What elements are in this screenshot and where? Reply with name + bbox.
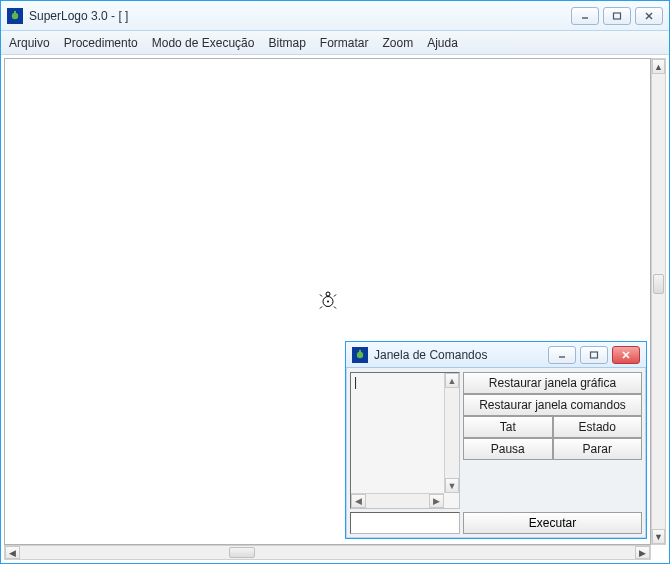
command-history[interactable]: | ▲ ▼ ◀ ▶	[350, 372, 460, 509]
parar-button[interactable]: Parar	[553, 438, 643, 460]
pausa-button[interactable]: Pausa	[463, 438, 553, 460]
svg-line-12	[334, 306, 336, 308]
history-scroll-right-icon[interactable]: ▶	[429, 494, 444, 508]
tat-button[interactable]: Tat	[463, 416, 553, 438]
app-icon	[7, 8, 23, 24]
client-area: ▲ ▼ ◀ ▶ Janela de Comandos	[1, 55, 669, 563]
main-window-controls	[571, 7, 663, 25]
button-panel: Restaurar janela gráfica Restaurar janel…	[463, 372, 642, 509]
turtle-icon	[317, 290, 339, 313]
scroll-up-icon[interactable]: ▲	[652, 59, 665, 74]
hscroll-thumb[interactable]	[229, 547, 255, 558]
menu-formatar[interactable]: Formatar	[320, 36, 369, 50]
menu-zoom[interactable]: Zoom	[383, 36, 414, 50]
svg-point-7	[327, 300, 329, 302]
history-scroll-up-icon[interactable]: ▲	[445, 373, 459, 388]
commands-app-icon	[352, 347, 368, 363]
history-scroll-left-icon[interactable]: ◀	[351, 494, 366, 508]
scroll-left-icon[interactable]: ◀	[5, 546, 20, 559]
canvas-vscrollbar[interactable]: ▲ ▼	[651, 58, 666, 545]
menubar: Arquivo Procedimento Modo de Execução Bi…	[1, 31, 669, 55]
restore-graphics-button[interactable]: Restaurar janela gráfica	[463, 372, 642, 394]
svg-rect-16	[591, 352, 598, 358]
vscroll-thumb[interactable]	[653, 274, 664, 294]
svg-rect-14	[359, 350, 361, 352]
menu-bitmap[interactable]: Bitmap	[268, 36, 305, 50]
commands-body: | ▲ ▼ ◀ ▶ Restaurar janela	[346, 368, 646, 538]
main-window: SuperLogo 3.0 - [ ] Arquivo Procedimento…	[0, 0, 670, 564]
commands-minimize-button[interactable]	[548, 346, 576, 364]
canvas-wrap: ▲ ▼ ◀ ▶ Janela de Comandos	[1, 55, 669, 563]
svg-rect-1	[14, 11, 16, 13]
estado-button[interactable]: Estado	[553, 416, 643, 438]
svg-point-13	[357, 351, 363, 357]
commands-title: Janela de Comandos	[374, 348, 487, 362]
menu-procedimento[interactable]: Procedimento	[64, 36, 138, 50]
svg-rect-3	[614, 13, 621, 19]
svg-line-10	[334, 294, 336, 296]
menu-arquivo[interactable]: Arquivo	[9, 36, 50, 50]
main-titlebar[interactable]: SuperLogo 3.0 - [ ]	[1, 1, 669, 31]
svg-line-9	[320, 294, 322, 296]
close-button[interactable]	[635, 7, 663, 25]
history-text: |	[354, 375, 441, 490]
commands-maximize-button[interactable]	[580, 346, 608, 364]
svg-point-8	[326, 292, 330, 296]
svg-point-0	[12, 12, 18, 18]
maximize-button[interactable]	[603, 7, 631, 25]
history-scroll-down-icon[interactable]: ▼	[445, 478, 459, 493]
execute-button[interactable]: Executar	[463, 512, 642, 534]
commands-window-controls	[548, 346, 640, 364]
commands-window[interactable]: Janela de Comandos | ▲ ▼	[345, 341, 647, 539]
menu-ajuda[interactable]: Ajuda	[427, 36, 458, 50]
commands-close-button[interactable]	[612, 346, 640, 364]
restore-commands-button[interactable]: Restaurar janela comandos	[463, 394, 642, 416]
scroll-right-icon[interactable]: ▶	[635, 546, 650, 559]
minimize-button[interactable]	[571, 7, 599, 25]
command-input[interactable]	[350, 512, 460, 534]
canvas-hscrollbar[interactable]: ◀ ▶	[4, 545, 651, 560]
commands-titlebar[interactable]: Janela de Comandos	[346, 342, 646, 368]
main-title: SuperLogo 3.0 - [ ]	[29, 9, 128, 23]
scroll-down-icon[interactable]: ▼	[652, 529, 665, 544]
menu-modo-execucao[interactable]: Modo de Execução	[152, 36, 255, 50]
svg-line-11	[320, 306, 322, 308]
